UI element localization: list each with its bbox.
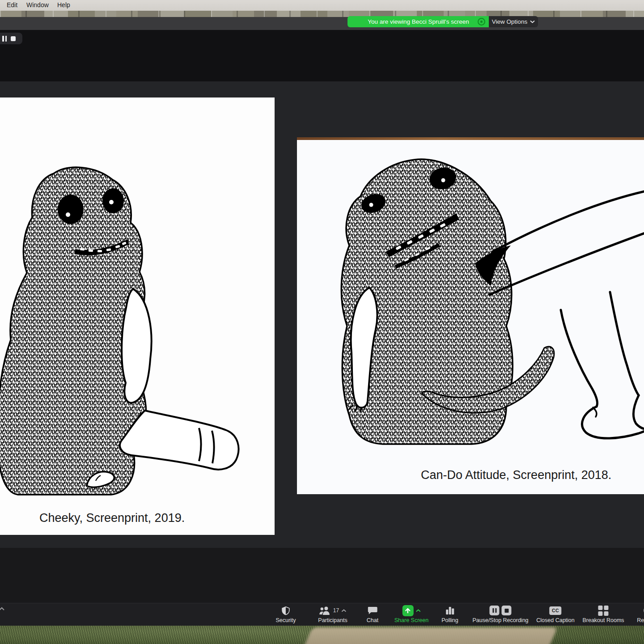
artwork-caption-right: Can-Do Attitude, Screenprint, 2018. <box>421 468 611 482</box>
app-background-gap <box>0 548 644 603</box>
share-screen-button[interactable]: Share Screen <box>394 605 428 623</box>
cheeky-leg <box>120 411 238 470</box>
menu-edit[interactable]: Edit <box>7 1 17 8</box>
view-options-button[interactable]: View Options <box>489 16 538 27</box>
grass-video-strip <box>0 626 644 644</box>
security-button[interactable]: Security <box>275 605 296 623</box>
pause-recording-icon[interactable] <box>490 606 500 615</box>
menu-window[interactable]: Window <box>26 1 49 8</box>
menu-help[interactable]: Help <box>57 1 70 8</box>
chevron-up-icon[interactable] <box>341 609 346 612</box>
chevron-up-icon[interactable] <box>0 607 5 611</box>
cheeky-arm <box>122 289 151 403</box>
banner-text: You are viewing Becci Spruill's screen <box>347 18 478 25</box>
chevron-down-icon <box>530 20 535 23</box>
cheeky-left-eye <box>58 195 84 224</box>
artwork-caption-left: Cheeky, Screenprint, 2019. <box>39 511 185 525</box>
participants-count: 17 <box>333 607 339 614</box>
pause-recording-icon[interactable] <box>2 36 7 42</box>
chat-button[interactable]: Chat <box>367 605 378 623</box>
bar-chart-icon <box>445 606 455 615</box>
chat-icon <box>368 606 377 615</box>
cc-icon: CC <box>550 606 562 615</box>
artwork-panel-right: Can-Do Attitude, Screenprint, 2018. <box>297 137 644 494</box>
share-screen-icon <box>402 605 414 616</box>
breakout-rooms-button[interactable]: Breakout Rooms <box>582 605 624 623</box>
macos-menu-bar: Edit Window Help <box>0 0 644 11</box>
shared-screen-top-band <box>0 30 644 81</box>
recording-controls <box>0 33 22 44</box>
breakout-rooms-icon <box>598 606 608 616</box>
polling-button[interactable]: Polling <box>441 605 458 623</box>
recording-indicator-icon <box>478 18 485 25</box>
cheeky-illustration <box>0 97 275 535</box>
screen-share-banner: You are viewing Becci Spruill's screen <box>347 16 489 27</box>
reactions-button[interactable]: Reactions <box>637 605 644 623</box>
participants-button[interactable]: 17 Participants <box>318 605 347 623</box>
artwork-panel-left: Cheeky, Screenprint, 2019. <box>0 97 275 535</box>
can-do-attitude-illustration <box>297 140 644 497</box>
pause-stop-recording-button[interactable]: Pause/Stop Recording <box>472 605 528 623</box>
closed-caption-button[interactable]: CC Closed Caption <box>536 605 574 623</box>
view-options-label: View Options <box>492 18 527 25</box>
participants-icon <box>319 606 331 615</box>
sidewalk-path <box>303 627 557 644</box>
zoom-meeting-screen: { "menu_bar": { "items": ["Edit", "Windo… <box>0 0 644 644</box>
stone-wall-video-strip <box>0 11 644 17</box>
chevron-up-icon[interactable] <box>416 609 421 612</box>
shield-icon <box>281 606 291 616</box>
window-chrome-bar <box>0 17 644 30</box>
stop-recording-icon[interactable] <box>502 606 512 615</box>
stop-recording-icon[interactable] <box>11 36 16 41</box>
